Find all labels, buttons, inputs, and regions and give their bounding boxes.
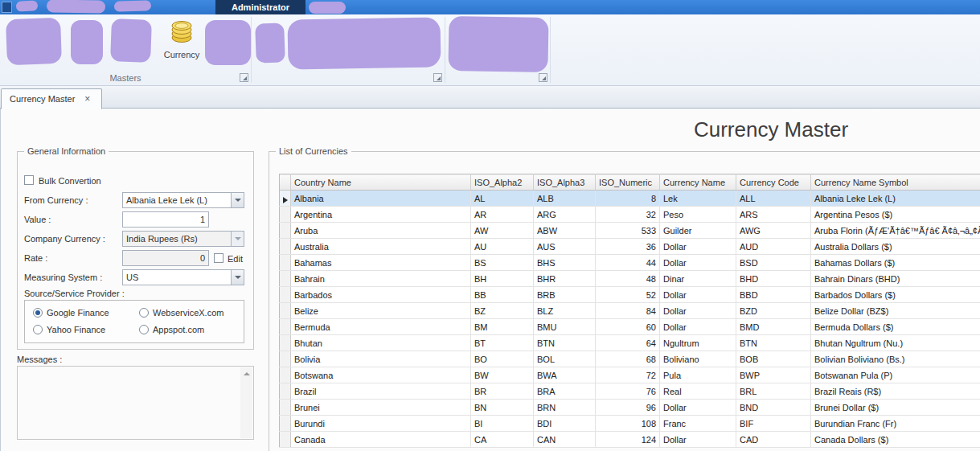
grid-cell[interactable]: 96: [596, 400, 660, 416]
grid-cell[interactable]: Dollar: [660, 239, 736, 255]
grid-cell[interactable]: BOL: [534, 351, 596, 367]
measuring-system-combo[interactable]: US: [122, 269, 244, 285]
grid-cell[interactable]: BTN: [736, 335, 811, 351]
table-row[interactable]: CanadaCACAN124DollarCADCanada Dollars ($…: [280, 432, 980, 448]
grid-cell[interactable]: 48: [596, 271, 660, 287]
grid-cell[interactable]: 64: [596, 335, 660, 351]
grid-cell[interactable]: BDI: [534, 416, 596, 432]
grid-cell[interactable]: Argentina: [291, 207, 471, 223]
grid-cell[interactable]: CA: [471, 432, 534, 448]
grid-cell[interactable]: BTN: [534, 335, 596, 351]
column-header[interactable]: ISO_Numeric: [596, 174, 660, 191]
grid-cell[interactable]: Dollar: [660, 303, 736, 319]
column-header[interactable]: Currency Name: [660, 174, 736, 191]
grid-cell[interactable]: 36: [596, 239, 660, 255]
grid-cell[interactable]: Bhutan: [291, 335, 471, 351]
grid-cell[interactable]: 72: [596, 367, 660, 383]
row-indicator[interactable]: [280, 432, 291, 448]
grid-cell[interactable]: AU: [471, 239, 534, 255]
grid-cell[interactable]: 8: [596, 191, 660, 207]
row-indicator[interactable]: [280, 239, 291, 255]
grid-cell[interactable]: BB: [471, 287, 534, 303]
grid-cell[interactable]: BN: [471, 400, 534, 416]
dialog-launcher-icon[interactable]: [240, 73, 248, 82]
row-indicator[interactable]: [280, 400, 291, 416]
row-indicator[interactable]: [280, 416, 291, 432]
grid-cell[interactable]: AUD: [736, 239, 811, 255]
grid-cell[interactable]: BR: [471, 383, 534, 400]
table-row[interactable]: BrazilBRBRA76RealBRLBrazil Reais (R$): [280, 383, 980, 400]
grid-cell[interactable]: Barbados Dollars ($): [811, 287, 980, 303]
radio-webservicex-com[interactable]: WebserviceX.com: [139, 307, 223, 318]
grid-cell[interactable]: ARS: [736, 207, 811, 223]
grid-cell[interactable]: Botswanan Pula (P): [811, 367, 980, 383]
grid-cell[interactable]: Aruba Florin (ÃƒÆ'Ã†â€™Ãƒâ€ Ã¢â‚¬â„¢ÃƒÆ'…: [811, 223, 980, 239]
grid-cell[interactable]: Canada Dollars ($): [811, 432, 980, 448]
grid-cell[interactable]: AWG: [736, 223, 811, 239]
grid-cell[interactable]: 84: [596, 303, 660, 319]
grid-cell[interactable]: 60: [596, 319, 660, 335]
value-input[interactable]: 1: [122, 211, 209, 228]
chevron-down-icon[interactable]: [231, 270, 244, 285]
table-row[interactable]: BotswanaBWBWA72PulaBWPBotswanan Pula (P): [280, 367, 980, 383]
grid-cell[interactable]: Dinar: [660, 271, 736, 287]
grid-cell[interactable]: 52: [596, 287, 660, 303]
chevron-down-icon[interactable]: [231, 193, 244, 207]
grid-cell[interactable]: Dollar: [660, 287, 736, 303]
grid-cell[interactable]: BHR: [534, 271, 596, 287]
table-row[interactable]: BhutanBTBTN64NgultrumBTNBhutan Ngultrum …: [280, 335, 980, 351]
grid-cell[interactable]: BRA: [534, 383, 596, 400]
row-indicator[interactable]: [280, 191, 291, 207]
grid-cell[interactable]: Belize: [291, 303, 471, 319]
messages-textarea[interactable]: [17, 366, 254, 440]
bulk-convertion-checkbox[interactable]: [24, 175, 34, 185]
dialog-launcher-icon[interactable]: [433, 73, 442, 82]
grid-cell[interactable]: Albania: [291, 191, 471, 207]
grid-cell[interactable]: Franc: [660, 416, 736, 432]
grid-cell[interactable]: Brunei: [291, 400, 471, 416]
grid-cell[interactable]: BWA: [534, 367, 596, 383]
grid-cell[interactable]: Canada: [291, 432, 471, 448]
grid-cell[interactable]: BS: [471, 255, 534, 271]
grid-cell[interactable]: Peso: [660, 207, 736, 223]
grid-cell[interactable]: Bhutan Ngultrum (Nu.): [811, 335, 980, 351]
table-row[interactable]: BahrainBHBHR48DinarBHDBahrain Dinars (BH…: [280, 271, 980, 287]
row-indicator[interactable]: [280, 255, 291, 271]
row-indicator[interactable]: [280, 207, 291, 223]
grid-cell[interactable]: Ngultrum: [660, 335, 736, 351]
grid-cell[interactable]: BHD: [736, 271, 811, 287]
grid-cell[interactable]: BRN: [534, 400, 596, 416]
grid-cell[interactable]: ALB: [534, 191, 596, 207]
table-row[interactable]: BermudaBMBMU60DollarBMDBermuda Dollars (…: [280, 319, 980, 335]
grid-cell[interactable]: BRB: [534, 287, 596, 303]
row-indicator[interactable]: [280, 287, 291, 303]
grid-cell[interactable]: 108: [596, 416, 660, 432]
row-indicator[interactable]: [280, 367, 291, 383]
grid-cell[interactable]: Lek: [660, 191, 736, 207]
table-row[interactable]: ArubaAWABW533GuilderAWGAruba Florin (ÃƒÆ…: [280, 223, 980, 239]
row-indicator[interactable]: [280, 335, 291, 351]
grid-cell[interactable]: BT: [471, 335, 534, 351]
table-row[interactable]: BarbadosBBBRB52DollarBBDBarbados Dollars…: [280, 287, 980, 303]
ribbon-tab-administrator[interactable]: Administrator: [215, 0, 305, 14]
grid-cell[interactable]: Australia: [291, 239, 471, 255]
grid-cell[interactable]: Australia Dollars ($): [811, 239, 980, 255]
grid-cell[interactable]: Dollar: [660, 432, 736, 448]
row-indicator[interactable]: [280, 271, 291, 287]
grid-cell[interactable]: 68: [596, 351, 660, 367]
table-row[interactable]: ArgentinaARARG32PesoARSArgentina Pesos (…: [280, 207, 980, 223]
grid-cell[interactable]: Argentina Pesos ($): [811, 207, 980, 223]
grid-cell[interactable]: Dollar: [660, 255, 736, 271]
table-row[interactable]: BruneiBNBRN96DollarBNDBrunei Dollar ($): [280, 400, 980, 416]
grid-cell[interactable]: Real: [660, 383, 736, 400]
grid-cell[interactable]: Bahamas Dollars ($): [811, 255, 980, 271]
grid-cell[interactable]: AUS: [534, 239, 596, 255]
grid-cell[interactable]: BOB: [736, 351, 811, 367]
table-row[interactable]: AustraliaAUAUS36DollarAUDAustralia Dolla…: [280, 239, 980, 255]
grid-cell[interactable]: BM: [471, 319, 534, 335]
table-row[interactable]: AlbaniaALALB8LekALLAlbania Leke Lek (L): [280, 191, 980, 207]
grid-cell[interactable]: 32: [596, 207, 660, 223]
grid-cell[interactable]: BHS: [534, 255, 596, 271]
grid-cell[interactable]: AR: [471, 207, 534, 223]
table-row[interactable]: BelizeBZBLZ84DollarBZDBelize Dollar (BZ$…: [280, 303, 980, 319]
